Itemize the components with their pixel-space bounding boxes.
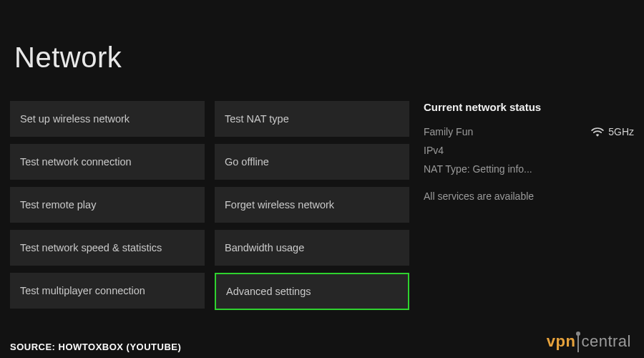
tile-label: Test NAT type <box>225 113 289 125</box>
status-ip-version: IPv4 <box>424 145 634 156</box>
tile-test-remote-play[interactable]: Test remote play <box>10 187 205 223</box>
tile-test-connection[interactable]: Test network connection <box>10 144 205 180</box>
content-area: Set up wireless network Test network con… <box>0 74 644 310</box>
status-services: All services are available <box>424 190 634 202</box>
status-nat-type: NAT Type: Getting info... <box>424 163 634 175</box>
tile-label: Go offline <box>225 156 269 168</box>
tile-label: Test remote play <box>20 199 96 211</box>
tile-label: Advanced settings <box>226 286 311 297</box>
status-network-row: Family Fun 5GHz <box>424 126 634 137</box>
tile-label: Set up wireless network <box>20 113 130 125</box>
tile-label: Test network speed & statistics <box>20 242 162 253</box>
tile-forget-wireless[interactable]: Forget wireless network <box>215 187 409 223</box>
tile-test-speed[interactable]: Test network speed & statistics <box>10 230 205 266</box>
tile-column-2: Test NAT type Go offline Forget wireless… <box>215 101 409 310</box>
brand-right: central <box>581 332 631 351</box>
page-title: Network <box>0 0 644 74</box>
tile-label: Test network connection <box>20 156 132 168</box>
tile-setup-wireless[interactable]: Set up wireless network <box>10 101 205 137</box>
tile-bandwidth-usage[interactable]: Bandwidth usage <box>215 230 409 266</box>
tile-go-offline[interactable]: Go offline <box>215 144 409 180</box>
tile-label: Bandwidth usage <box>225 242 304 253</box>
tile-label: Test multiplayer connection <box>20 285 145 296</box>
wifi-icon <box>591 127 604 137</box>
tile-label: Forget wireless network <box>225 199 334 211</box>
brand-left: vpn <box>547 332 576 351</box>
status-title: Current network status <box>424 101 634 113</box>
tile-test-nat[interactable]: Test NAT type <box>215 101 409 137</box>
status-band: 5GHz <box>608 126 634 137</box>
status-network-name: Family Fun <box>424 126 473 137</box>
status-panel: Current network status Family Fun 5GHz I… <box>419 101 634 310</box>
brand-watermark: vpn central <box>547 332 631 351</box>
status-band-group: 5GHz <box>591 126 634 137</box>
tile-test-multiplayer[interactable]: Test multiplayer connection <box>10 273 205 309</box>
tile-column-1: Set up wireless network Test network con… <box>10 101 205 310</box>
source-credit: SOURCE: HOWTOXBOX (YOUTUBE) <box>10 342 181 352</box>
tile-advanced-settings[interactable]: Advanced settings <box>215 273 409 310</box>
brand-divider-icon <box>577 334 579 352</box>
